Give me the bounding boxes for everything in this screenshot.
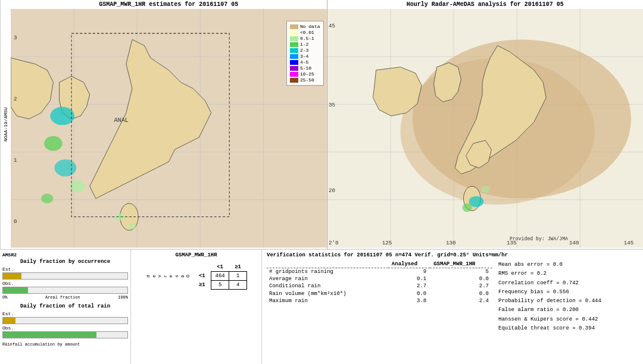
svg-point-15 <box>54 159 76 177</box>
metric-item: Equitable threat score = 0.394 <box>498 324 638 333</box>
col-header-lt1: <1 <box>211 263 229 272</box>
stats-row: AMSR2 Daily fraction by occurrence Est. … <box>0 250 643 364</box>
maps-row: NOAA-19/AMSU GSMAP_MWR_1HR estimates for… <box>0 0 643 250</box>
svg-text:2: 2 <box>14 96 17 102</box>
svg-text:140: 140 <box>569 240 579 246</box>
cell-lt-lt: 464 <box>211 272 229 281</box>
est-label-1: Est. <box>2 266 128 272</box>
left-map-svg: ANAL 3 2 1 0 <box>11 9 327 247</box>
verif-row: # gridpoints raining 9 5 <box>267 268 492 276</box>
verif-header: Verification statistics for 20161107 05 … <box>267 252 638 258</box>
metric-item: Hanssen & Kuipers score = 0.442 <box>498 315 638 324</box>
obs-label-2: Obs. <box>2 325 128 331</box>
svg-text:35: 35 <box>329 102 335 108</box>
metric-item: Mean abs error = 0.0 <box>498 261 638 269</box>
svg-point-19 <box>129 223 136 229</box>
obs-bar-2 <box>2 331 128 338</box>
stats-right-inner: Analysed GSMAP_MWR_1HR # gridpoints rain… <box>267 261 638 333</box>
ctable-wrapper: Observed <1 ≥1 <1 464 1 <box>133 261 259 292</box>
left-map-canvas: ANAL 3 2 1 0 No data <0.01 0.5-1 1-2 2-3… <box>11 9 327 247</box>
chart-title-2: Daily fraction of total rain <box>2 303 128 309</box>
obs-bar-fill-1 <box>3 287 28 293</box>
stats-middle: GSMAP_MWR_1HR Observed <1 ≥1 <1 464 1 <box>131 250 262 364</box>
verif-row: Conditional rain 2.7 2.7 <box>267 283 492 290</box>
right-metrics: Mean abs error = 0.0RMS error = 0.2Corre… <box>498 261 638 333</box>
amsr2-label: AMSR2 <box>2 252 128 258</box>
row-header-ge1: ≥1 <box>193 281 211 290</box>
metric-item: Correlation coeff = 0.742 <box>498 279 638 288</box>
left-map-title: GSMAP_MWR_1HR estimates for 20161107 05 <box>11 0 327 9</box>
svg-point-17 <box>41 194 53 203</box>
svg-point-13 <box>50 107 74 125</box>
left-map: GSMAP_MWR_1HR estimates for 20161107 05 <box>11 0 327 249</box>
row-header-lt1: <1 <box>193 272 211 281</box>
stats-left: AMSR2 Daily fraction by occurrence Est. … <box>0 250 131 364</box>
svg-text:45: 45 <box>329 23 335 29</box>
vcol1: Analysed <box>388 261 430 268</box>
obs-bar-1 <box>2 287 128 294</box>
svg-text:145: 145 <box>623 240 633 246</box>
right-map-canvas: 45 35 20 2'0 125 130 135 140 145 Provide… <box>327 9 644 247</box>
svg-point-44 <box>481 186 489 193</box>
verif-row: Average rain 0.1 0.0 <box>267 275 492 283</box>
svg-text:20: 20 <box>329 187 335 194</box>
stats-right: Verification statistics for 20161107 05 … <box>262 250 643 364</box>
svg-text:0: 0 <box>14 218 17 225</box>
bar-axis-1: 0% Areal fraction 100% <box>2 295 128 300</box>
cell-ge-lt: 5 <box>211 281 229 290</box>
verif-row: Maximum rain 3.8 2.4 <box>267 297 492 305</box>
svg-text:125: 125 <box>382 240 392 246</box>
sidebar-label: NOAA-19/AMSU <box>0 0 11 249</box>
svg-text:Provided by: JWA/JMA: Provided by: JWA/JMA <box>510 236 568 241</box>
chart-title-1: Daily fraction by occurrence <box>2 259 128 265</box>
cell-lt-ge: 1 <box>229 272 247 281</box>
est-label-2: Est. <box>2 311 128 316</box>
svg-text:ANAL: ANAL <box>114 117 128 124</box>
svg-point-16 <box>70 180 85 193</box>
ctable-container: <1 ≥1 <1 464 1 ≥1 5 4 <box>193 261 248 292</box>
cell-ge-ge: 4 <box>229 281 247 290</box>
est-bar-fill-1 <box>3 273 21 279</box>
metric-item: Probability of detection = 0.444 <box>498 297 638 306</box>
ctable-title: GSMAP_MWR_1HR <box>133 252 259 258</box>
main-container: NOAA-19/AMSU GSMAP_MWR_1HR estimates for… <box>0 0 643 364</box>
est-bar-2 <box>2 317 128 324</box>
obs-vertical-label: Observed <box>145 275 191 278</box>
col-header-ge1: ≥1 <box>229 263 247 272</box>
obs-label-1: Obs. <box>2 281 128 286</box>
metric-item: Frequency bias = 0.556 <box>498 288 638 297</box>
right-map-svg: 45 35 20 2'0 125 130 135 140 145 Provide… <box>327 9 644 247</box>
obs-bar-fill-2 <box>3 332 96 338</box>
rainfall-footer: Rainfall accumulation by amount <box>2 342 128 347</box>
est-bar-fill-2 <box>3 318 15 324</box>
svg-text:3: 3 <box>14 34 17 41</box>
vcol2: GSMAP_MWR_1HR <box>430 261 492 268</box>
legend: No data <0.01 0.5-1 1-2 2-3 3-4 4-5 5-10… <box>286 21 324 86</box>
svg-text:1: 1 <box>14 157 17 164</box>
bar-section-occurrence: Est. Obs. 0% Areal fraction 100% <box>2 266 128 300</box>
contingency-table: <1 ≥1 <1 464 1 ≥1 5 4 <box>193 263 248 290</box>
est-bar-1 <box>2 272 128 280</box>
metric-item: RMS error = 0.2 <box>498 269 638 278</box>
svg-text:130: 130 <box>445 240 455 246</box>
vstat-metrics-area: Mean abs error = 0.0RMS error = 0.2Corre… <box>498 261 638 333</box>
svg-point-43 <box>462 203 472 212</box>
bar-section-rain: Est. Obs. <box>2 311 128 338</box>
right-map: Hourly Radar-AMeDAS analysis for 2016110… <box>327 0 644 249</box>
metric-item: False alarm ratio = 0.200 <box>498 306 638 315</box>
vstat-table-area: Analysed GSMAP_MWR_1HR # gridpoints rain… <box>267 261 492 333</box>
verif-row: Rain volume (mm*km²x10⁴) 0.0 0.0 <box>267 290 492 297</box>
verif-table: Analysed GSMAP_MWR_1HR # gridpoints rain… <box>267 261 492 305</box>
right-map-title: Hourly Radar-AMeDAS analysis for 2016110… <box>327 0 644 9</box>
svg-point-14 <box>44 136 63 151</box>
svg-text:2'0: 2'0 <box>329 240 339 246</box>
